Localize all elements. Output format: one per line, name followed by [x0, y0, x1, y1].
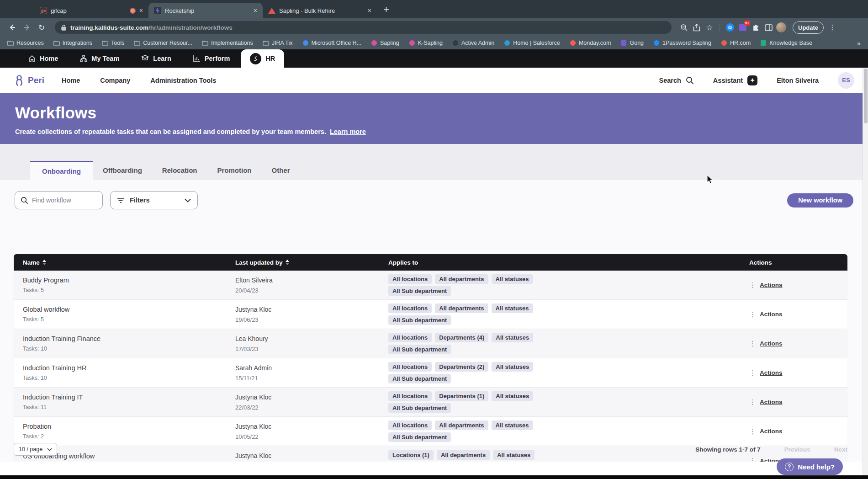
bookmark-item[interactable]: Sapling — [371, 40, 399, 46]
appnav-item-home[interactable]: Home — [17, 49, 69, 68]
bookmark-item[interactable]: Integrations — [53, 40, 92, 46]
update-button[interactable]: Update — [793, 21, 824, 34]
bookmark-item[interactable]: Active Admin — [452, 40, 494, 46]
extension-with-badge-icon[interactable]: 9+ — [738, 22, 748, 32]
bookmark-item[interactable]: Monday.com — [570, 40, 611, 46]
bookmark-item[interactable]: Customer Resour... — [134, 40, 192, 46]
folder-icon — [202, 40, 208, 46]
new-tab-button[interactable]: + — [383, 4, 389, 16]
kebab-menu-icon[interactable]: ⋮ — [749, 398, 756, 406]
workflow-task-count: Tasks: 11 — [23, 404, 226, 410]
tab-promotion[interactable]: Promotion — [207, 161, 262, 180]
header-nav-company[interactable]: Company — [100, 77, 130, 84]
actions-link[interactable]: Actions — [760, 282, 783, 288]
actions-link[interactable]: Actions — [760, 428, 783, 435]
new-workflow-button[interactable]: New workflow — [787, 193, 853, 208]
applies-to-badge: All locations — [388, 303, 432, 313]
actions-link[interactable]: Actions — [760, 369, 783, 376]
kebab-menu-icon[interactable]: ⋮ — [749, 281, 756, 289]
column-header-last-updated-by[interactable]: Last updated by — [226, 259, 379, 266]
user-name: Elton Silveira — [777, 77, 819, 84]
actions-link[interactable]: Actions — [760, 311, 783, 318]
bookmark-item[interactable]: Resources — [7, 40, 44, 46]
page-size-select[interactable]: 10 / page — [14, 443, 57, 456]
bookmark-item[interactable]: JIRA Tix — [263, 40, 293, 46]
kebab-menu-icon[interactable]: ⋮ — [749, 340, 756, 348]
bookmark-item[interactable]: Microsoft Office H... — [302, 40, 362, 46]
user-avatar[interactable]: ES — [838, 72, 854, 89]
column-header-name[interactable]: Name — [14, 259, 226, 266]
bookmark-item[interactable]: HR.com — [721, 40, 751, 46]
learn-more-link[interactable]: Learn more — [330, 128, 366, 135]
browser-tab-sapling[interactable]: Sapling - Bulk Rehire × — [263, 3, 377, 18]
page-scrollbar[interactable] — [863, 68, 868, 475]
onepassword-extension-icon[interactable]: ① — [725, 22, 735, 32]
side-panel-icon[interactable] — [763, 22, 773, 32]
search-input[interactable] — [32, 197, 91, 204]
bookmark-item[interactable]: K-Sapling — [409, 40, 443, 46]
kebab-menu-icon[interactable]: ⋮ — [749, 369, 756, 377]
extensions-puzzle-icon[interactable] — [751, 22, 761, 32]
search-button[interactable]: Search — [659, 76, 693, 85]
scrollbar-thumb[interactable] — [864, 69, 868, 123]
question-icon: ? — [785, 463, 794, 471]
appnav-item-learn[interactable]: Learn — [130, 49, 182, 68]
share-icon[interactable] — [692, 22, 702, 32]
browser-tab-gifcap[interactable]: gs gifcap × — [34, 3, 148, 18]
bottom-black-bar — [0, 475, 868, 479]
actions-link[interactable]: Actions — [760, 340, 783, 347]
zoom-out-icon[interactable] — [679, 22, 689, 32]
previous-button[interactable]: Previous — [784, 446, 810, 453]
bookmark-item[interactable]: Gong — [620, 40, 644, 46]
url-host: training.kallidus-suite.com — [70, 24, 148, 31]
salesforce-icon — [504, 40, 510, 46]
next-button[interactable]: Next — [834, 446, 847, 453]
applies-to-badge: All locations — [388, 420, 432, 430]
header-nav-home[interactable]: Home — [62, 77, 80, 84]
appnav-item-hr[interactable]: HR — [241, 49, 284, 68]
need-help-button[interactable]: ? Need help? — [777, 458, 843, 475]
workflow-name: Buddy Program — [23, 277, 226, 284]
bookmark-item[interactable]: 1Password Sapling — [653, 40, 711, 46]
tab-close-icon[interactable]: × — [139, 7, 143, 14]
sort-icon[interactable] — [42, 260, 46, 265]
bookmark-star-icon[interactable]: ☆ — [704, 22, 715, 32]
header-nav-administration-tools[interactable]: Administration Tools — [150, 77, 216, 84]
chevron-down-icon — [185, 198, 191, 202]
bookmark-item[interactable]: Tools — [102, 40, 124, 46]
tab-close-icon[interactable]: × — [368, 7, 371, 14]
org-chart-icon — [80, 55, 87, 62]
appnav-item-perform[interactable]: Perform — [182, 49, 241, 68]
peri-logo[interactable]: Peri — [14, 75, 44, 86]
actions-link[interactable]: Actions — [760, 399, 783, 405]
assistant-button[interactable]: Assistant ✦ — [713, 75, 757, 85]
learn-icon — [141, 55, 149, 62]
appnav-item-my-team[interactable]: My Team — [69, 49, 130, 68]
url-bar[interactable]: training.kallidus-suite.com/hr/administr… — [55, 21, 672, 34]
tab-close-icon[interactable]: × — [254, 7, 257, 14]
bookmarks-overflow-icon[interactable]: » — [857, 39, 861, 47]
tab-offboarding[interactable]: Offboarding — [93, 161, 152, 180]
filters-dropdown[interactable]: Filters — [110, 191, 198, 209]
forward-icon[interactable] — [21, 21, 33, 33]
tab-other[interactable]: Other — [262, 161, 300, 180]
bookmark-item[interactable]: Implementations — [202, 40, 253, 46]
tab-onboarding[interactable]: Onboarding — [30, 161, 93, 180]
bookmark-item[interactable]: Home | Salesforce — [504, 40, 560, 46]
applies-to-badge: All locations — [388, 391, 432, 401]
bookmarks-bar: Resources Integrations Tools Customer Re… — [0, 37, 868, 49]
ksapling-icon — [409, 40, 415, 46]
browser-tab-rocketship[interactable]: Rocketship × — [148, 3, 263, 18]
kebab-menu-icon[interactable]: ⋮ — [749, 310, 756, 319]
chrome-menu-icon[interactable]: ⋮ — [826, 21, 838, 33]
applies-to-badge: All Sub department — [388, 374, 451, 383]
sort-icon[interactable] — [286, 260, 289, 265]
tab-relocation[interactable]: Relocation — [152, 161, 207, 180]
toolbar-divider — [720, 23, 720, 32]
kebab-menu-icon[interactable]: ⋮ — [749, 427, 756, 436]
find-workflow-search[interactable] — [15, 191, 103, 209]
profile-avatar[interactable] — [776, 22, 786, 32]
bookmark-item[interactable]: Knowledge Base — [760, 40, 812, 46]
reload-icon[interactable]: ↻ — [36, 21, 48, 33]
back-icon[interactable] — [6, 21, 18, 33]
